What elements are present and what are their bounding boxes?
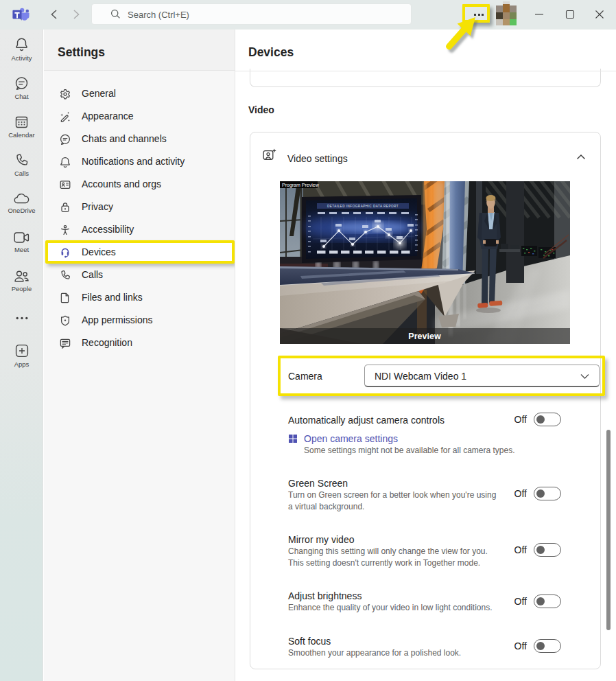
svg-text:DETAILED INFOGRAPHIC DATA REPO: DETAILED INFOGRAPHIC DATA REPORT	[327, 205, 399, 208]
svg-text:Preview: Preview	[408, 332, 441, 341]
svg-text:Program Preview: Program Preview	[282, 183, 320, 188]
